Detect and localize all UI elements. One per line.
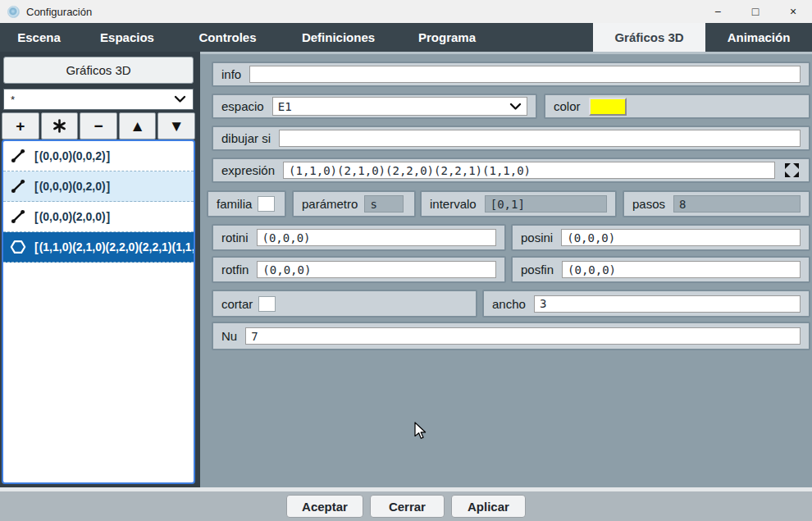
tab-gr-ficos-3d[interactable]: Gráficos 3D xyxy=(593,23,705,52)
espacio-label: espacio xyxy=(221,99,264,113)
pasos-label: pasos xyxy=(632,197,665,211)
segment-icon xyxy=(10,208,26,225)
rotini-input[interactable] xyxy=(257,229,496,246)
color-label: color xyxy=(554,99,581,113)
app-icon xyxy=(7,6,20,18)
sidebar: Gráficos 3D * +−▲▼ [(0,0,0)(0,0,2)][(0,0… xyxy=(0,52,200,487)
list-item[interactable]: [(0,0,0)(2,0,0)] xyxy=(3,202,194,232)
dibujar-si-input[interactable] xyxy=(279,130,801,147)
tab-controles[interactable]: Controles xyxy=(176,23,279,52)
field-parametro: parámetro xyxy=(292,190,416,217)
field-cortar: cortar xyxy=(212,290,477,318)
chevron-down-icon xyxy=(509,100,522,113)
cortar-label: cortar xyxy=(221,297,253,311)
minimize-button[interactable]: − xyxy=(699,0,737,23)
sidebar-header: Gráficos 3D xyxy=(3,57,194,84)
field-intervalo: intervalo xyxy=(420,190,617,217)
familia-label: familia xyxy=(217,197,252,211)
tab-bar-spacer xyxy=(496,23,593,52)
tab-animaci-n[interactable]: Animación xyxy=(705,23,812,52)
list-item[interactable]: [(0,0,0)(0,0,2)] xyxy=(3,141,194,171)
field-dibujar-si: dibujar si xyxy=(212,126,810,151)
cerrar-button[interactable]: Cerrar xyxy=(370,495,445,518)
move-down-button[interactable]: ▼ xyxy=(157,112,195,139)
field-familia: familia xyxy=(207,190,286,217)
properties-panel: info espacio E1 color dibujar si xyxy=(200,52,812,487)
expresion-input[interactable] xyxy=(283,162,775,179)
list-toolbar: +−▲▼ xyxy=(2,112,195,139)
close-button[interactable]: × xyxy=(774,0,812,23)
list-item[interactable]: [(1,1,0)(2,1,0)(2,2,0)(2,2,1)(1,1,0)] xyxy=(3,232,194,263)
field-rotfin: rotfin xyxy=(212,256,506,283)
add-button[interactable]: + xyxy=(2,112,39,139)
ancho-label: ancho xyxy=(492,297,526,311)
maximize-button[interactable]: □ xyxy=(737,0,774,23)
field-espacio: espacio E1 xyxy=(212,94,537,119)
color-swatch[interactable] xyxy=(589,98,627,116)
tab-definiciones[interactable]: Definiciones xyxy=(279,23,398,52)
parametro-input xyxy=(364,195,404,213)
remove-button[interactable]: − xyxy=(80,112,117,139)
cortar-checkbox[interactable] xyxy=(258,296,276,312)
list-item[interactable]: [(0,0,0)(0,2,0)] xyxy=(3,171,194,202)
window-title: Configuración xyxy=(26,6,92,18)
field-ancho: ancho xyxy=(482,290,810,318)
info-input[interactable] xyxy=(249,66,801,83)
duplicate-button[interactable] xyxy=(41,112,79,139)
filter-dropdown-value: * xyxy=(11,94,15,106)
pasos-input xyxy=(673,195,801,213)
field-expresion: expresión xyxy=(212,158,810,183)
filter-dropdown[interactable]: * xyxy=(3,89,194,110)
tab-espacios[interactable]: Espacios xyxy=(78,23,176,52)
configuration-window: Configuración −□× EscenaEspaciosControle… xyxy=(0,0,812,521)
expresion-label: expresión xyxy=(221,163,275,177)
dibujar-si-label: dibujar si xyxy=(221,131,271,145)
polygon-icon xyxy=(10,239,26,255)
footer-bar: Aceptar Cerrar Aplicar xyxy=(0,491,812,521)
tab-programa[interactable]: Programa xyxy=(398,23,496,52)
espacio-select-value: E1 xyxy=(278,100,292,113)
parametro-label: parámetro xyxy=(302,197,358,211)
list-item-label: [(1,1,0)(2,1,0)(2,2,0)(2,2,1)(1,1,0)] xyxy=(34,240,194,254)
aceptar-button[interactable]: Aceptar xyxy=(286,495,363,518)
posfin-label: posfin xyxy=(521,263,554,276)
segment-icon xyxy=(10,148,26,164)
field-info: info xyxy=(212,62,810,87)
title-bar: Configuración −□× xyxy=(0,0,812,23)
intervalo-label: intervalo xyxy=(430,197,477,211)
field-posfin: posfin xyxy=(511,256,810,283)
field-pasos: pasos xyxy=(623,190,810,217)
posini-input[interactable] xyxy=(561,229,801,246)
graphics-list: [(0,0,0)(0,0,2)][(0,0,0)(0,2,0)][(0,0,0)… xyxy=(2,139,195,484)
aplicar-button[interactable]: Aplicar xyxy=(451,495,526,518)
field-rotini: rotini xyxy=(212,224,506,251)
window-controls: −□× xyxy=(699,0,812,23)
segment-icon xyxy=(10,178,26,194)
move-up-button[interactable]: ▲ xyxy=(119,112,157,139)
nu-label: Nu xyxy=(221,329,237,343)
list-item-label: [(0,0,0)(2,0,0)] xyxy=(34,210,111,223)
rotfin-label: rotfin xyxy=(221,263,249,276)
ancho-input[interactable] xyxy=(534,295,801,313)
espacio-select[interactable]: E1 xyxy=(272,97,527,116)
list-item-label: [(0,0,0)(0,2,0)] xyxy=(34,180,111,193)
rotfin-input[interactable] xyxy=(257,261,496,278)
intervalo-input xyxy=(485,195,607,213)
posfin-input[interactable] xyxy=(562,261,801,278)
familia-checkbox[interactable] xyxy=(258,196,275,212)
tab-escena[interactable]: Escena xyxy=(0,23,78,52)
nu-input[interactable] xyxy=(245,327,801,345)
posini-label: posini xyxy=(521,231,553,245)
expand-icon[interactable] xyxy=(783,162,801,179)
field-color: color xyxy=(544,94,810,119)
content-area: Gráficos 3D * +−▲▼ [(0,0,0)(0,0,2)][(0,0… xyxy=(0,52,812,487)
tab-bar: EscenaEspaciosControlesDefinicionesProgr… xyxy=(0,23,812,52)
list-item-label: [(0,0,0)(0,0,2)] xyxy=(34,149,111,162)
field-nu: Nu xyxy=(212,322,810,350)
rotini-label: rotini xyxy=(221,231,249,245)
chevron-down-icon xyxy=(174,94,186,106)
field-posini: posini xyxy=(511,224,810,251)
info-label: info xyxy=(221,67,241,81)
